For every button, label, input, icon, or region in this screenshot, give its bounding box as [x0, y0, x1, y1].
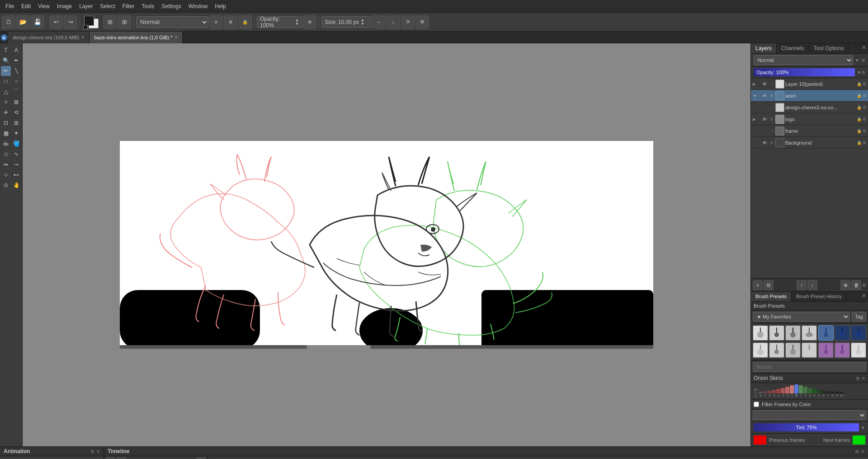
move-layer-down-button[interactable]: ↓	[807, 280, 817, 290]
layer-item-5[interactable]: 👁 S Background 🔒 ⚙	[751, 137, 868, 149]
tool-ellipse[interactable]: ○	[11, 76, 21, 86]
tool-gradient[interactable]: ▦	[1, 128, 11, 138]
tag-button[interactable]: Tag	[852, 312, 866, 322]
tool-magnetic[interactable]: ⊸	[11, 159, 21, 169]
tab-design-chevre[interactable]: design-chevre.kra (109,6 MiB) ✕	[8, 32, 90, 43]
layer-settings-2[interactable]: ⚙	[863, 105, 866, 110]
blend-mode-select[interactable]: Normal Multiply Screen Overlay	[136, 16, 208, 28]
layer-settings-3[interactable]: ⚙	[863, 117, 866, 122]
menu-image[interactable]: Image	[53, 2, 75, 10]
mirror-v-button[interactable]: ↕	[387, 15, 400, 29]
tool-freehand-brush[interactable]: ✏	[1, 66, 11, 76]
brush-item-1[interactable]	[753, 325, 768, 341]
inherit-alpha-button[interactable]: ⊕	[224, 15, 237, 29]
brush-item-12[interactable]	[818, 342, 834, 358]
save-button[interactable]: 💾	[31, 15, 44, 29]
layer-lock-2[interactable]: 🔒	[857, 105, 862, 110]
timeline-frames[interactable]: 0369121518212427303336394245485154576063…	[208, 456, 868, 459]
layer-eye-1[interactable]: 👁	[761, 92, 768, 99]
tab-layers[interactable]: Layers	[751, 43, 777, 53]
layer-eye-0[interactable]: 👁	[761, 80, 768, 88]
brush-item-8[interactable]	[753, 342, 768, 358]
brush-item-9[interactable]	[769, 342, 784, 358]
tab-channels[interactable]: Channels	[777, 43, 809, 53]
brush-item-14[interactable]	[851, 342, 866, 358]
next-frames-color[interactable]	[853, 436, 865, 445]
canvas-area[interactable]	[23, 43, 750, 446]
opacity-settings-btn[interactable]: ⚙	[861, 70, 865, 75]
opacity-field[interactable]: Opacity: 100% ▲ ▼	[257, 16, 302, 28]
menu-layer[interactable]: Layer	[75, 2, 96, 10]
opacity-expand-btn[interactable]: ▼	[857, 70, 861, 75]
open-button[interactable]: 📂	[16, 15, 30, 29]
opacity-slider[interactable]: Opacity: 100%	[754, 68, 855, 76]
tool-line[interactable]: ╲	[11, 66, 21, 76]
menu-select[interactable]: Select	[96, 2, 118, 10]
anim-settings[interactable]: ⚙	[90, 449, 94, 454]
new-document-button[interactable]: 🗋	[2, 15, 15, 29]
tl-add-layer-btn[interactable]: +	[106, 457, 115, 459]
tool-smart-patch[interactable]: ⊡	[1, 118, 11, 128]
brush-item-7[interactable]	[851, 325, 866, 341]
layer-item-0[interactable]: ▶ 👁 ▫ Layer 10(pasted) 🔒 ⚙	[751, 78, 868, 90]
layer-lock-1[interactable]: 🔒	[857, 94, 862, 98]
swap-colors-button[interactable]	[83, 25, 88, 29]
menu-window[interactable]: Window	[185, 2, 212, 10]
menu-file[interactable]: File	[2, 2, 18, 10]
tool-pan[interactable]: 🤚	[11, 180, 21, 190]
tool-assistant[interactable]: ⊹	[1, 170, 11, 180]
layer-collapse-1[interactable]: ▼	[753, 94, 760, 98]
menu-view[interactable]: View	[34, 2, 53, 10]
layer-settings-4[interactable]: ⚙	[863, 129, 866, 133]
tool-rect[interactable]: □	[1, 76, 11, 86]
timeline-close[interactable]: ✕	[861, 449, 864, 454]
brush-search-input[interactable]	[753, 362, 866, 372]
brush-history-tab[interactable]: Brush Preset History	[792, 292, 847, 301]
brush-panel-close[interactable]: ✕	[860, 292, 868, 301]
preserve-alpha-button[interactable]: α	[209, 15, 223, 29]
tl-nav-btn[interactable]: ◀	[117, 457, 126, 459]
layer-eye-5[interactable]: 👁	[761, 139, 768, 146]
tool-colorpicker[interactable]: 🖮	[1, 139, 11, 149]
tool-measure[interactable]: ⊷	[11, 170, 21, 180]
copy-layer-button[interactable]: ⧉	[764, 280, 774, 290]
tool-dynamic[interactable]: ∿	[11, 149, 21, 159]
tool-transform[interactable]: ⟲	[11, 108, 21, 117]
tint-slider[interactable]: Tint: 75%	[754, 423, 859, 431]
brush-item-10[interactable]	[785, 342, 801, 358]
tab-close-2[interactable]: ✕	[174, 35, 178, 40]
layer-lock-4[interactable]: 🔒	[857, 129, 862, 133]
tool-zoom[interactable]: 🔍	[1, 56, 11, 66]
tool-text[interactable]: A	[11, 45, 21, 55]
menu-settings[interactable]: Settings	[158, 2, 184, 10]
drawing-canvas[interactable]	[120, 141, 653, 349]
layers-settings-btn[interactable]: ⚙	[861, 58, 865, 63]
brush-item-6[interactable]	[835, 325, 850, 341]
tool-path[interactable]: ◇	[1, 149, 11, 159]
layer-item-1[interactable]: ▼ 👁 S anim 🔒 ⚙	[751, 90, 868, 102]
layers-panel-close[interactable]: ✕	[860, 43, 868, 53]
layer-lock-5[interactable]: 🔒	[857, 141, 862, 145]
alpha-lock-button[interactable]: 🔒	[238, 15, 252, 29]
grid-button[interactable]: ⊞	[118, 15, 131, 29]
onion-close[interactable]: ✕	[862, 376, 865, 381]
layer-eye-3[interactable]: 👁	[761, 116, 768, 123]
layer-blend-select[interactable]: Normal	[754, 55, 853, 65]
delete-layer-button[interactable]: 🗑	[851, 280, 861, 290]
add-layer-button[interactable]: +	[753, 280, 763, 290]
merge-layers-button[interactable]: ⊕	[840, 280, 850, 290]
menu-edit[interactable]: Edit	[18, 2, 34, 10]
brush-item-11[interactable]	[802, 342, 817, 358]
undo-button[interactable]: ↩	[49, 15, 63, 29]
layer-settings-1[interactable]: ⚙	[863, 94, 866, 98]
brush-item-5[interactable]	[818, 325, 834, 341]
filter-dropdown[interactable]	[753, 410, 866, 420]
layer-lock-3[interactable]: 🔒	[857, 117, 862, 122]
tool-bezier[interactable]: ⌒	[11, 87, 21, 97]
layer-lock-0[interactable]: 🔒	[857, 82, 862, 86]
layer-item-4[interactable]: ○ ▫ frame 🔒 ⚙	[751, 125, 868, 137]
size-down-btn[interactable]: ▼	[361, 22, 364, 26]
tool-deform[interactable]: ↭	[1, 159, 11, 169]
anim-close[interactable]: ✕	[96, 449, 100, 454]
tab-tool-options[interactable]: Tool Options	[809, 43, 849, 53]
